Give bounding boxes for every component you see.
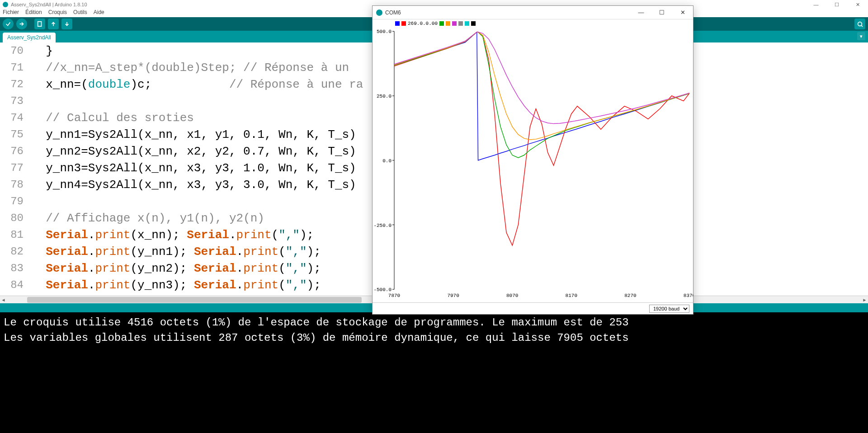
ide-close-button[interactable]: ✕ xyxy=(847,0,868,9)
scroll-thumb[interactable] xyxy=(27,297,362,303)
arduino-logo-icon xyxy=(3,2,8,7)
upload-button[interactable] xyxy=(16,19,27,29)
svg-text:8270: 8270 xyxy=(624,292,637,298)
code-text: } xyxy=(32,44,53,58)
menu-tools[interactable]: Outils xyxy=(73,9,87,17)
svg-text:8170: 8170 xyxy=(566,292,578,298)
svg-text:500.0: 500.0 xyxy=(377,29,392,34)
legend-swatch xyxy=(471,21,476,26)
save-sketch-button[interactable] xyxy=(61,19,72,29)
line-number: 82 xyxy=(0,245,32,258)
code-text xyxy=(32,94,39,108)
line-number: 73 xyxy=(0,95,32,107)
ide-window-controls: — ☐ ✕ xyxy=(806,0,868,9)
baud-rate-select[interactable]: 19200 baud xyxy=(649,305,689,313)
legend-swatch xyxy=(395,21,400,26)
arduino-logo-icon xyxy=(376,9,382,16)
plotter-close-button[interactable]: ✕ xyxy=(672,6,693,19)
line-number: 76 xyxy=(0,145,32,157)
legend-swatch xyxy=(401,21,406,26)
legend-swatch xyxy=(465,21,469,26)
new-sketch-button[interactable] xyxy=(34,19,45,29)
svg-text:7970: 7970 xyxy=(447,292,459,298)
line-number: 78 xyxy=(0,179,32,191)
svg-text:0.0: 0.0 xyxy=(382,158,392,164)
verify-button[interactable] xyxy=(3,19,14,29)
plotter-chart-area: -500.0-250.00.0250.0500.0787079708070817… xyxy=(373,28,693,302)
svg-line-5 xyxy=(862,26,863,27)
code-text xyxy=(32,195,39,208)
svg-point-4 xyxy=(858,22,862,26)
svg-rect-1 xyxy=(38,22,42,27)
code-text: //x_nn=A_step*(double)Step; // Réponse à… xyxy=(32,61,356,75)
plotter-title: COM6 xyxy=(385,9,401,16)
open-sketch-button[interactable] xyxy=(48,19,59,29)
plotter-maximize-button[interactable]: ☐ xyxy=(651,6,672,19)
ide-maximize-button[interactable]: ☐ xyxy=(826,0,847,9)
code-text: Serial.print(y_nn3); Serial.print(","); xyxy=(32,278,321,292)
svg-text:8370: 8370 xyxy=(684,292,693,298)
code-text: y_nn4=Sys2All(x_nn, x3, y3, 3.0, Wn, K, … xyxy=(32,178,356,192)
series-zeta0.1 xyxy=(394,32,689,245)
plotter-minimize-button[interactable]: — xyxy=(631,6,651,19)
menu-edit[interactable]: Édition xyxy=(25,9,42,17)
plotter-titlebar[interactable]: COM6 — ☐ ✕ xyxy=(373,6,693,19)
svg-text:8070: 8070 xyxy=(506,292,519,298)
plotter-window-controls: — ☐ ✕ xyxy=(631,6,693,19)
scroll-left-icon[interactable]: ◄ xyxy=(0,297,7,303)
code-text: // Calcul des sroties xyxy=(32,111,194,125)
build-output-console[interactable]: Le croquis utilise 4516 octets (1%) de l… xyxy=(0,312,868,433)
ide-title: Asserv_Sys2ndAll | Arduino 1.8.10 xyxy=(11,2,87,7)
legend-swatch xyxy=(446,21,450,26)
code-text: Serial.print(x_nn); Serial.print(","); xyxy=(32,228,314,242)
line-number: 70 xyxy=(0,45,32,57)
legend-value: 269.0.0.00 xyxy=(408,21,438,26)
plotter-legend: 269.0.0.00 xyxy=(373,19,693,28)
legend-swatch xyxy=(439,21,444,26)
svg-text:-500.0: -500.0 xyxy=(373,287,392,292)
line-number: 83 xyxy=(0,262,32,274)
legend-swatch xyxy=(452,21,457,26)
line-number: 74 xyxy=(0,112,32,124)
serial-monitor-button[interactable] xyxy=(854,19,865,29)
code-text: Serial.print(y_nn2); Serial.print(","); xyxy=(32,262,321,275)
line-number: 77 xyxy=(0,162,32,174)
ide-minimize-button[interactable]: — xyxy=(806,0,826,9)
code-text: x_nn=(double)c; // Réponse à une ra xyxy=(32,78,363,91)
legend-swatch xyxy=(458,21,463,26)
line-number: 79 xyxy=(0,195,32,207)
line-number: 71 xyxy=(0,61,32,74)
sketch-tab[interactable]: Asserv_Sys2ndAll xyxy=(3,33,56,42)
svg-text:7870: 7870 xyxy=(388,292,401,298)
line-number: 84 xyxy=(0,279,32,291)
line-number: 72 xyxy=(0,78,32,90)
plotter-chart-svg: -500.0-250.00.0250.0500.0787079708070817… xyxy=(373,28,693,302)
serial-plotter-window: COM6 — ☐ ✕ 269.0.0.00 -500.0-250.00.0250… xyxy=(372,5,693,315)
svg-text:250.0: 250.0 xyxy=(377,94,392,99)
series-zeta3.0 xyxy=(394,32,689,124)
code-text: Serial.print(y_nn1); Serial.print(","); xyxy=(32,245,321,259)
menu-file[interactable]: Fichier xyxy=(3,9,19,17)
svg-text:-250.0: -250.0 xyxy=(373,222,392,228)
scroll-right-icon[interactable]: ► xyxy=(861,297,868,303)
menu-sketch[interactable]: Croquis xyxy=(48,9,67,17)
plotter-footer: 19200 baud xyxy=(373,302,693,314)
line-number: 80 xyxy=(0,212,32,224)
code-text: y_nn1=Sys2All(x_nn, x1, y1, 0.1, Wn, K, … xyxy=(32,128,356,141)
code-text: // Affichage x(n), y1(n), y2(n) xyxy=(32,212,264,225)
menu-help[interactable]: Aide xyxy=(94,9,104,17)
code-text: y_nn2=Sys2All(x_nn, x2, y2, 0.7, Wn, K, … xyxy=(32,145,356,158)
tab-more-button[interactable]: ▾ xyxy=(857,32,865,40)
code-text: y_nn3=Sys2All(x_nn, x3, y3, 1.0, Wn, K, … xyxy=(32,161,356,175)
line-number: 75 xyxy=(0,128,32,141)
line-number: 81 xyxy=(0,229,32,241)
